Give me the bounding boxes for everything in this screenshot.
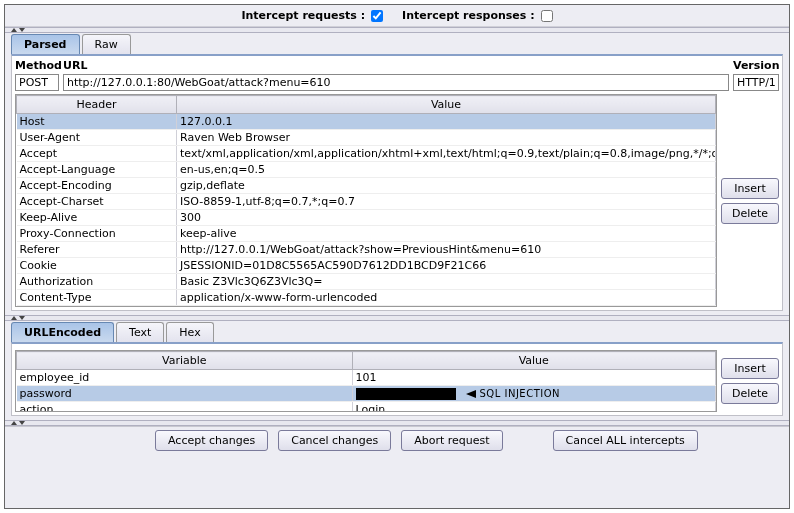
- table-row[interactable]: Content-Typeapplication/x-www-form-urlen…: [17, 290, 716, 306]
- vars-table: Variable Value employee_id101passwordSQL…: [16, 351, 716, 412]
- annotation-text: SQL INJECTION: [480, 388, 561, 399]
- table-row[interactable]: AuthorizationBasic Z3Vlc3Q6Z3Vlc3Q=: [17, 274, 716, 290]
- headers-wrap: Header Value Host127.0.0.1User-AgentRave…: [15, 94, 779, 307]
- vars-wrap: Variable Value employee_id101passwordSQL…: [15, 350, 779, 412]
- method-label: Method: [15, 59, 59, 72]
- header-name: Accept-Charset: [17, 194, 177, 210]
- header-col-value[interactable]: Value: [177, 96, 716, 114]
- intercept-requests-label: Intercept requests :: [241, 9, 365, 22]
- header-name: Accept-Language: [17, 162, 177, 178]
- request-panel: Method URL Version Header Value Host127.…: [11, 54, 783, 311]
- url-label: URL: [63, 59, 729, 72]
- header-value: text/xml,application/xml,application/xht…: [177, 146, 716, 162]
- header-name: Cookie: [17, 258, 177, 274]
- var-name: employee_id: [17, 370, 353, 386]
- header-value: Basic Z3Vlc3Q6Z3Vlc3Q=: [177, 274, 716, 290]
- headers-buttons: Insert Delete: [721, 94, 779, 307]
- headers-table-region[interactable]: Header Value Host127.0.0.1User-AgentRave…: [15, 94, 717, 307]
- split-handle-bottom[interactable]: [5, 420, 789, 426]
- header-value: Raven Web Browser: [177, 130, 716, 146]
- cancel-all-intercepts-button[interactable]: Cancel ALL intercepts: [553, 430, 698, 451]
- request-labels: Method URL Version: [15, 59, 779, 72]
- arrow-left-icon: [466, 390, 476, 398]
- table-row[interactable]: User-AgentRaven Web Browser: [17, 130, 716, 146]
- headers-insert-button[interactable]: Insert: [721, 178, 779, 199]
- var-col-value[interactable]: Value: [352, 352, 715, 370]
- vars-table-region[interactable]: Variable Value employee_id101passwordSQL…: [15, 350, 717, 412]
- header-value: keep-alive: [177, 226, 716, 242]
- header-name: Content-length: [17, 306, 177, 308]
- header-value: gzip,deflate: [177, 178, 716, 194]
- headers-delete-button[interactable]: Delete: [721, 203, 779, 224]
- triangle-down-icon: [19, 316, 25, 320]
- action-bar: Accept changes Cancel changes Abort requ…: [5, 426, 789, 454]
- url-input[interactable]: [63, 74, 729, 91]
- table-row[interactable]: actionLogin: [17, 402, 716, 413]
- method-input[interactable]: [15, 74, 59, 91]
- version-label: Version: [733, 59, 779, 72]
- triangle-down-icon: [19, 421, 25, 425]
- table-row[interactable]: Host127.0.0.1: [17, 114, 716, 130]
- header-name: Content-Type: [17, 290, 177, 306]
- table-row[interactable]: Accepttext/xml,application/xml,applicati…: [17, 146, 716, 162]
- var-col-name[interactable]: Variable: [17, 352, 353, 370]
- header-value: 127.0.0.1: [177, 114, 716, 130]
- table-row[interactable]: Accept-Languageen-us,en;q=0.5: [17, 162, 716, 178]
- abort-request-button[interactable]: Abort request: [401, 430, 502, 451]
- tab-urlencoded[interactable]: URLEncoded: [11, 322, 114, 342]
- var-name: action: [17, 402, 353, 413]
- header-value: 300: [177, 210, 716, 226]
- intercept-toolbar: Intercept requests : Intercept responses…: [5, 5, 789, 27]
- redacted-block: [356, 388, 456, 400]
- triangle-up-icon: [11, 316, 17, 320]
- triangle-up-icon: [11, 28, 17, 32]
- header-value: http://127.0.0.1/WebGoat/attack?show=Pre…: [177, 242, 716, 258]
- tab-raw[interactable]: Raw: [82, 34, 131, 54]
- var-value: Login: [352, 402, 715, 413]
- table-row[interactable]: CookieJSESSIONID=01D8C5565AC590D7612DD1B…: [17, 258, 716, 274]
- intercept-requests-checkbox[interactable]: [371, 10, 383, 22]
- cancel-changes-button[interactable]: Cancel changes: [278, 430, 391, 451]
- split-handle-top[interactable]: [5, 27, 789, 33]
- tab-text[interactable]: Text: [116, 322, 164, 342]
- app-frame: Intercept requests : Intercept responses…: [4, 4, 790, 509]
- header-name: Proxy-Connection: [17, 226, 177, 242]
- var-value: SQL INJECTION: [352, 386, 715, 402]
- header-name: Accept: [17, 146, 177, 162]
- upper-tabs: ParsedRaw: [5, 33, 789, 54]
- table-row[interactable]: Refererhttp://127.0.0.1/WebGoat/attack?s…: [17, 242, 716, 258]
- table-row[interactable]: Content-length38: [17, 306, 716, 308]
- table-row[interactable]: employee_id101: [17, 370, 716, 386]
- intercept-responses-label: Intercept responses :: [402, 9, 535, 22]
- tab-parsed[interactable]: Parsed: [11, 34, 80, 54]
- table-row[interactable]: Accept-Encodinggzip,deflate: [17, 178, 716, 194]
- header-value: en-us,en;q=0.5: [177, 162, 716, 178]
- var-value: 101: [352, 370, 715, 386]
- request-fields: [15, 74, 779, 91]
- header-name: Keep-Alive: [17, 210, 177, 226]
- tab-hex[interactable]: Hex: [166, 322, 213, 342]
- header-value: 38: [177, 306, 716, 308]
- header-col-name[interactable]: Header: [17, 96, 177, 114]
- accept-changes-button[interactable]: Accept changes: [155, 430, 268, 451]
- header-value: application/x-www-form-urlencoded: [177, 290, 716, 306]
- header-name: Accept-Encoding: [17, 178, 177, 194]
- vars-buttons: Insert Delete: [721, 350, 779, 412]
- table-row[interactable]: passwordSQL INJECTION: [17, 386, 716, 402]
- version-input[interactable]: [733, 74, 779, 91]
- table-row[interactable]: Accept-CharsetISO-8859-1,utf-8;q=0.7,*;q…: [17, 194, 716, 210]
- vars-insert-button[interactable]: Insert: [721, 358, 779, 379]
- table-row[interactable]: Proxy-Connectionkeep-alive: [17, 226, 716, 242]
- table-row[interactable]: Keep-Alive300: [17, 210, 716, 226]
- split-handle-mid[interactable]: [5, 315, 789, 321]
- header-name: Referer: [17, 242, 177, 258]
- header-name: Host: [17, 114, 177, 130]
- triangle-up-icon: [11, 421, 17, 425]
- headers-table: Header Value Host127.0.0.1User-AgentRave…: [16, 95, 716, 307]
- body-panel: Variable Value employee_id101passwordSQL…: [11, 342, 783, 416]
- header-value: ISO-8859-1,utf-8;q=0.7,*;q=0.7: [177, 194, 716, 210]
- header-name: Authorization: [17, 274, 177, 290]
- vars-delete-button[interactable]: Delete: [721, 383, 779, 404]
- intercept-responses-checkbox[interactable]: [541, 10, 553, 22]
- lower-tabs: URLEncodedTextHex: [5, 321, 789, 342]
